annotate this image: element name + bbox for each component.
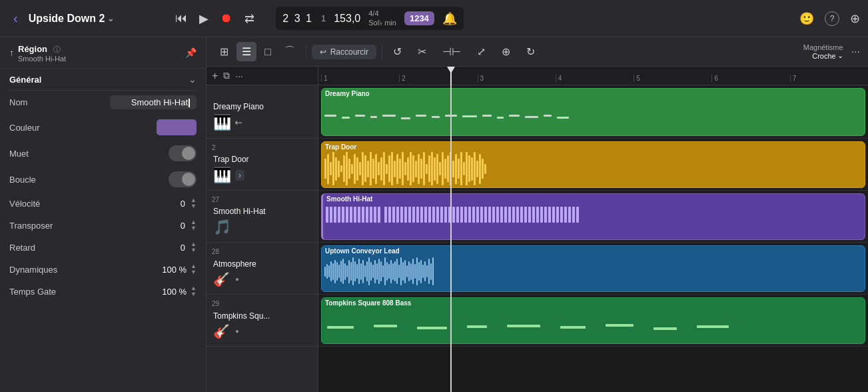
dynamiques-stepper[interactable]: ▲▼: [191, 263, 197, 275]
track-header-trap-door[interactable]: 2 Trap Door 🎹 ›: [207, 139, 318, 191]
track-icon-row-2: 🎹 ›: [213, 167, 311, 184]
expand-button[interactable]: ⤢: [472, 42, 491, 61]
track-lane-1[interactable]: Dreamy Piano: [318, 85, 868, 139]
track-name-4: Atmosphere: [213, 259, 311, 269]
track-row-4: Uptown Conveyor Lead: [318, 243, 868, 295]
temps-gate-field-row: Temps Gate 100 % ▲▼: [9, 281, 197, 303]
transposer-field[interactable]: 0 ▲▼: [165, 219, 197, 231]
play-button[interactable]: ▶: [197, 9, 211, 29]
track-lane-4[interactable]: Uptown Conveyor Lead: [318, 243, 868, 295]
transposer-stepper[interactable]: ▲▼: [191, 219, 197, 231]
dynamiques-label: Dynamiques: [9, 265, 57, 275]
velocite-field-row: Vélocité 0 ▲▼: [9, 193, 197, 215]
ruler-mark-3: 3: [478, 75, 556, 82]
region-view-button[interactable]: □: [259, 43, 276, 61]
top-bar: ‹ Upside Down 2 ⌄ ⏮ ▶ ⏺ ⇄ 2 3 1 1 153,0 …: [0, 0, 868, 37]
automation-button[interactable]: ⌒: [279, 41, 300, 62]
couleur-swatch[interactable]: [157, 119, 197, 135]
grid-view-button[interactable]: ⊞: [215, 42, 234, 61]
nom-field-row: Nom Smooth Hi-Hat: [9, 91, 197, 115]
temps-gate-field[interactable]: 100 % ▲▼: [162, 285, 197, 297]
more-options-icon[interactable]: ⊕: [850, 11, 860, 26]
transposer-field-row: Transposer 0 ▲▼: [9, 215, 197, 237]
clip-smooth-hihat[interactable]: Smooth Hi-Hat: [321, 193, 865, 240]
ruler-mark-5: 5: [634, 75, 711, 82]
refresh-button[interactable]: ↺: [388, 42, 407, 61]
scissors-button[interactable]: ✂: [412, 42, 432, 61]
muet-toggle[interactable]: [169, 145, 197, 161]
toolbar-more-button[interactable]: ···: [851, 46, 860, 58]
copy-button[interactable]: ⊕: [496, 42, 516, 61]
track-header-smooth-hihat[interactable]: 27 Smooth Hi-Hat 🎵: [207, 191, 318, 243]
back-button[interactable]: ‹: [8, 8, 23, 29]
general-collapse-icon[interactable]: ⌄: [189, 74, 197, 85]
clip-tompkins-bass[interactable]: Tompkins Square 808 Bass: [321, 297, 865, 344]
ruler-mark-4: 4: [556, 75, 634, 82]
track-name-3: Smooth Hi-Hat: [213, 207, 311, 216]
track-lane-2[interactable]: Trap Door: [318, 139, 868, 191]
retard-field[interactable]: 0 ▲▼: [165, 241, 197, 253]
position-numbers: 2 3 1: [282, 13, 313, 25]
track-headers: + ⧉ ··· Dreamy Piano 🎹 ↙: [207, 67, 318, 392]
track-arrow-icon-1: ↙: [232, 116, 246, 129]
playhead-triangle: [447, 67, 455, 73]
track-header-dreamy-piano[interactable]: Dreamy Piano 🎹 ↙: [207, 85, 318, 139]
collapse-region-icon[interactable]: ↑: [9, 47, 14, 58]
add-track-button[interactable]: +: [212, 70, 218, 82]
pin-icon[interactable]: 📌: [185, 47, 197, 58]
clip-trap-door[interactable]: Trap Door: [321, 141, 865, 188]
track-num-27: 27: [212, 196, 219, 203]
key-badge[interactable]: 1234: [404, 11, 434, 25]
metronome-button[interactable]: 🔔: [442, 11, 457, 26]
loop-track-button[interactable]: ↻: [521, 42, 540, 61]
split-button[interactable]: ⊣⊢: [437, 42, 466, 61]
velocite-field[interactable]: 0 ▲▼: [165, 197, 197, 209]
project-title-chevron-icon[interactable]: ⌄: [107, 14, 114, 23]
nom-input[interactable]: Smooth Hi-Hat: [110, 95, 197, 109]
playhead: [450, 67, 452, 346]
temps-gate-label: Temps Gate: [9, 287, 56, 297]
general-header[interactable]: Général ⌄: [9, 69, 197, 91]
temps-gate-stepper[interactable]: ▲▼: [191, 285, 197, 297]
track-row-2: Trap Door: [318, 139, 868, 191]
project-title-container: Upside Down 2 ⌄: [29, 13, 115, 25]
track-header-tompkins[interactable]: 29 Tompkins Squ... 🎸 ●: [207, 295, 318, 347]
ruler-spacer: + ⧉ ···: [207, 67, 318, 85]
retard-stepper[interactable]: ▲▼: [191, 241, 197, 253]
left-panel: ↑ Région ⓘ Smooth Hi-Hat 📌 Général ⌄ Nom…: [0, 37, 207, 392]
toolbar-separator-2: [382, 45, 382, 59]
emoji-face-icon[interactable]: 🙂: [799, 11, 814, 26]
dynamiques-field[interactable]: 100 % ▲▼: [162, 263, 197, 275]
track-more-button[interactable]: ···: [235, 71, 243, 81]
toolbar-right-icons: ↺ ✂ ⊣⊢ ⤢ ⊕ ↻: [388, 42, 540, 61]
track-num-28: 28: [212, 248, 219, 255]
clip-dreamy-piano[interactable]: Dreamy Piano: [321, 88, 865, 136]
record-button[interactable]: ⏺: [218, 9, 235, 28]
track-info-5: Tompkins Squ... 🎸 ●: [213, 302, 311, 339]
track-content: 1 2 3 4 5 6 7: [318, 67, 868, 392]
track-lane-3[interactable]: Smooth Hi-Hat: [318, 191, 868, 243]
region-info-icon: ⓘ: [53, 45, 61, 53]
general-title: Général: [9, 75, 41, 85]
loop-button[interactable]: ⇄: [242, 9, 257, 29]
retard-field-row: Retard 0 ▲▼: [9, 237, 197, 259]
track-expand-2[interactable]: ›: [235, 170, 244, 181]
help-icon[interactable]: ?: [825, 11, 839, 26]
clip-uptown-conveyor[interactable]: Uptown Conveyor Lead: [321, 245, 865, 292]
track-lane-5[interactable]: Tompkins Square 808 Bass: [318, 295, 868, 347]
track-header-atmosphere[interactable]: 28 Atmosphere 🎸 ●: [207, 243, 318, 295]
retard-label: Retard: [9, 243, 35, 253]
boucle-toggle[interactable]: [169, 171, 197, 187]
raccourcir-button[interactable]: ↩ Raccourcir: [312, 45, 376, 59]
couleur-field-row: Couleur: [9, 115, 197, 141]
velocite-stepper[interactable]: ▲▼: [191, 197, 197, 209]
track-icon-row-1: 🎹 ↙: [213, 114, 311, 131]
rewind-button[interactable]: ⏮: [173, 9, 190, 28]
list-view-button[interactable]: ☰: [236, 42, 256, 61]
top-bar-right: 🙂 ? ⊕: [799, 11, 860, 26]
track-info-4: Atmosphere 🎸 ●: [213, 250, 311, 287]
copy-track-button[interactable]: ⧉: [223, 70, 230, 81]
general-section: Général ⌄ Nom Smooth Hi-Hat Couleur Muet: [0, 69, 206, 303]
clip-label-dreamy-piano: Dreamy Piano: [322, 89, 865, 99]
magnetisme-val[interactable]: Croche ⌄: [812, 51, 843, 60]
